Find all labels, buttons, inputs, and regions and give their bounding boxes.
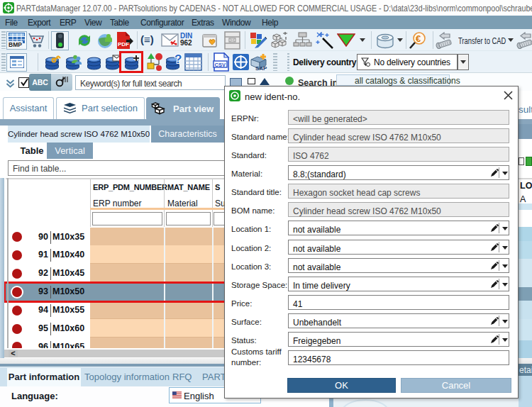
svg-text:CSV: CSV [215,62,226,68]
svg-text:€: € [416,33,421,44]
svg-text:SAP: SAP [255,65,267,72]
